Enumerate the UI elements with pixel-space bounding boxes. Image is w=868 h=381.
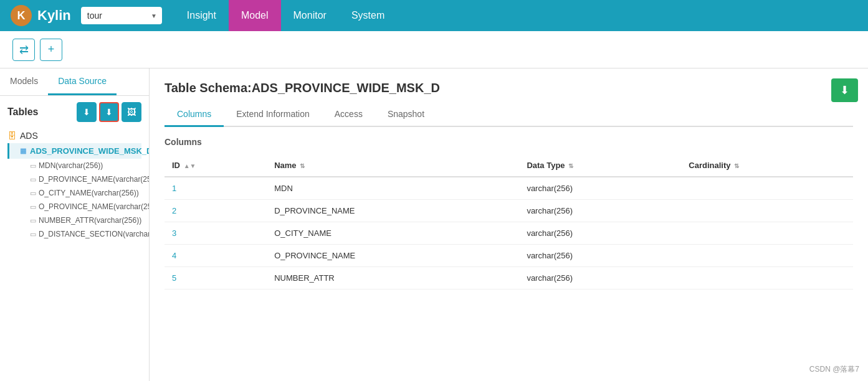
toolbar: ⇄ +	[0, 31, 868, 68]
database-icon: 🗄	[7, 131, 16, 141]
table-row: 2 D_PROVINCE_NAME varchar(256)	[165, 200, 853, 222]
col-item-3: ▭ O_PROVINCE_NAME(varchar(256))	[7, 200, 141, 214]
tab-snapshot[interactable]: Snapshot	[375, 103, 437, 127]
db-label: ADS	[20, 131, 38, 141]
cell-card-4	[681, 267, 853, 289]
content-area: ⬇ Table Schema:ADS_PROVINCE_WIDE_MSK_D C…	[150, 68, 868, 381]
table-row: 3 O_CITY_NAME varchar(256)	[165, 222, 853, 245]
tables-header: Tables Load Table From Load Tables ⬇ ⬇ 🖼	[7, 102, 141, 122]
cell-type-1: varchar(256)	[519, 200, 681, 222]
col-label-5: D_DISTANCE_SECTION(varchar(256))	[39, 230, 149, 238]
th-name[interactable]: Name ⇅	[267, 154, 519, 177]
nav-item-monitor[interactable]: Monitor	[281, 0, 339, 31]
sidebar-tabs: Models Data Source	[0, 68, 149, 96]
tab-models[interactable]: Models	[0, 68, 48, 95]
load-icon: ⬇	[105, 107, 113, 117]
nav-item-system[interactable]: System	[339, 0, 397, 31]
col-icon-1: ▭	[30, 176, 36, 184]
table-row: 4 O_PROVINCE_NAME varchar(256)	[165, 245, 853, 267]
export-button[interactable]: ⬇	[831, 78, 858, 102]
project-select[interactable]: tour	[81, 7, 162, 24]
cell-type-0: varchar(256)	[519, 177, 681, 200]
logo-area: K Kylin	[10, 4, 71, 27]
col-icon-0: ▭	[30, 162, 36, 170]
tab-datasource[interactable]: Data Source	[48, 68, 117, 95]
schema-title: Table Schema:ADS_PROVINCE_WIDE_MSK_D	[165, 81, 853, 95]
table-icon: ▦	[20, 147, 26, 155]
nav-items: Insight Model Monitor System	[174, 0, 858, 31]
cell-id-3: 4	[165, 245, 267, 267]
cell-card-0	[681, 177, 853, 200]
col-item-2: ▭ O_CITY_NAME(varchar(256))	[7, 186, 141, 200]
tab-columns[interactable]: Columns	[165, 103, 224, 127]
section-title: Columns	[165, 137, 853, 147]
table-row: 1 MDN varchar(256)	[165, 177, 853, 200]
download-table-btn[interactable]: ⬇	[77, 102, 97, 122]
th-datatype[interactable]: Data Type ⇅	[519, 154, 681, 177]
cell-id-0: 1	[165, 177, 267, 200]
cell-name-2: O_CITY_NAME	[267, 222, 519, 245]
table-name: ADS_PROVINCE_WIDE_MSK_D	[30, 146, 149, 156]
col-icon-2: ▭	[30, 189, 36, 197]
tables-area: Tables Load Table From Load Tables ⬇ ⬇ 🖼	[0, 96, 149, 381]
tables-actions: Load Table From Load Tables ⬇ ⬇ 🖼	[77, 102, 141, 122]
cell-card-1	[681, 200, 853, 222]
image-table-btn[interactable]: 🖼	[122, 102, 141, 122]
nav-item-model[interactable]: Model	[229, 0, 281, 31]
cell-card-2	[681, 222, 853, 245]
share-icon: ⇄	[19, 43, 29, 57]
cell-card-3	[681, 245, 853, 267]
db-name[interactable]: 🗄 ADS	[7, 128, 141, 143]
col-label-2: O_CITY_NAME(varchar(256))	[39, 189, 139, 197]
col-item-4: ▭ NUMBER_ATTR(varchar(256))	[7, 214, 141, 227]
tab-access[interactable]: Access	[322, 103, 375, 127]
cell-name-1: D_PROVINCE_NAME	[267, 200, 519, 222]
content-tabs: Columns Extend Information Access Snapsh…	[165, 103, 853, 127]
sort-icon-cardinality: ⇅	[734, 162, 739, 169]
sort-icon-datatype: ⇅	[568, 162, 573, 169]
table-row: 5 NUMBER_ATTR varchar(256)	[165, 267, 853, 289]
columns-table: ID ▲▼ Name ⇅ Data Type ⇅ Cardinality ⇅	[165, 154, 853, 289]
load-table-btn[interactable]: ⬇	[99, 102, 119, 122]
cell-type-3: varchar(256)	[519, 245, 681, 267]
sort-icon-name: ⇅	[300, 162, 305, 169]
top-navigation: K Kylin tour Insight Model Monitor Syste…	[0, 0, 868, 31]
col-label-0: MDN(varchar(256))	[39, 161, 103, 170]
col-label-3: O_PROVINCE_NAME(varchar(256))	[39, 202, 149, 211]
export-icon: ⬇	[840, 84, 849, 96]
col-label-1: D_PROVINCE_NAME(varchar(256))	[39, 175, 149, 184]
col-item-0: ▭ MDN(varchar(256))	[7, 159, 141, 172]
tab-extend-info[interactable]: Extend Information	[224, 103, 322, 127]
watermark: CSDN @落幕7	[806, 363, 863, 376]
tables-title: Tables	[7, 106, 39, 118]
image-icon: 🖼	[127, 107, 136, 117]
svg-text:K: K	[17, 9, 26, 22]
th-id[interactable]: ID ▲▼	[165, 154, 267, 177]
main-layout: Models Data Source Tables Load Table Fro…	[0, 68, 868, 381]
table-header-row: ID ▲▼ Name ⇅ Data Type ⇅ Cardinality ⇅	[165, 154, 853, 177]
cell-name-4: NUMBER_ATTR	[267, 267, 519, 289]
cell-id-4: 5	[165, 267, 267, 289]
cell-id-2: 3	[165, 222, 267, 245]
col-icon-5: ▭	[30, 230, 36, 238]
sort-icon-id: ▲▼	[184, 162, 196, 169]
cell-name-0: MDN	[267, 177, 519, 200]
th-cardinality[interactable]: Cardinality ⇅	[681, 154, 853, 177]
cell-type-2: varchar(256)	[519, 222, 681, 245]
db-group-ads: 🗄 ADS ▦ ADS_PROVINCE_WIDE_MSK_D ▭ MDN(va…	[7, 128, 141, 241]
project-selector-wrapper[interactable]: tour	[81, 7, 162, 24]
add-button[interactable]: +	[40, 39, 62, 61]
table-item-selected[interactable]: ▦ ADS_PROVINCE_WIDE_MSK_D	[7, 143, 141, 159]
col-item-1: ▭ D_PROVINCE_NAME(varchar(256))	[7, 172, 141, 186]
kylin-logo-icon: K	[10, 4, 32, 27]
col-label-4: NUMBER_ATTR(varchar(256))	[39, 216, 141, 225]
app-name: Kylin	[37, 7, 71, 24]
add-icon: +	[48, 43, 55, 56]
download-icon: ⬇	[83, 107, 90, 117]
col-item-5: ▭ D_DISTANCE_SECTION(varchar(256))	[7, 227, 141, 241]
sidebar: Models Data Source Tables Load Table Fro…	[0, 68, 150, 381]
share-button[interactable]: ⇄	[12, 39, 35, 61]
cell-type-4: varchar(256)	[519, 267, 681, 289]
nav-item-insight[interactable]: Insight	[174, 0, 229, 31]
cell-id-1: 2	[165, 200, 267, 222]
